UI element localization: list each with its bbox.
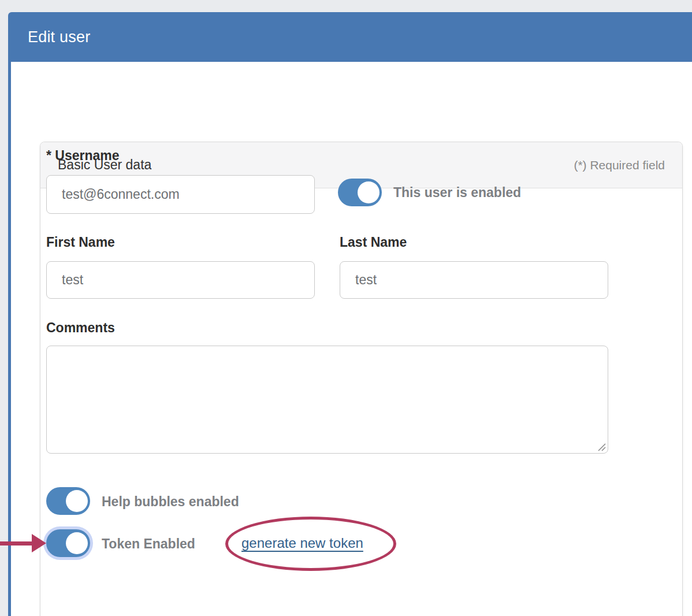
user-enabled-toggle[interactable] — [338, 179, 382, 206]
first-name-input[interactable] — [46, 261, 315, 299]
help-bubbles-label: Help bubbles enabled — [102, 494, 239, 510]
comments-textarea[interactable] — [46, 346, 608, 454]
modal-title: Edit user — [28, 28, 90, 46]
edit-user-modal-body: Basic User data (*) Required field — [8, 62, 692, 616]
last-name-label: Last Name — [340, 235, 407, 250]
username-label: * Username — [46, 148, 120, 164]
edit-user-modal-header: Edit user — [8, 12, 692, 62]
toggle-knob — [66, 532, 88, 554]
first-name-label: First Name — [46, 235, 115, 250]
generate-new-token-link[interactable]: generate new token — [241, 535, 363, 551]
help-bubbles-toggle[interactable] — [46, 487, 90, 515]
token-enabled-toggle[interactable] — [46, 529, 90, 557]
toggle-knob — [66, 490, 88, 512]
last-name-input[interactable] — [340, 261, 608, 299]
user-enabled-label: This user is enabled — [393, 185, 521, 201]
token-enabled-label: Token Enabled — [102, 536, 195, 552]
toggle-knob — [358, 181, 380, 203]
page-background: Edit user Basic User data (*) Required f… — [0, 0, 692, 616]
username-input[interactable] — [46, 175, 315, 214]
comments-label: Comments — [46, 320, 115, 336]
required-field-note: (*) Required field — [574, 158, 665, 172]
